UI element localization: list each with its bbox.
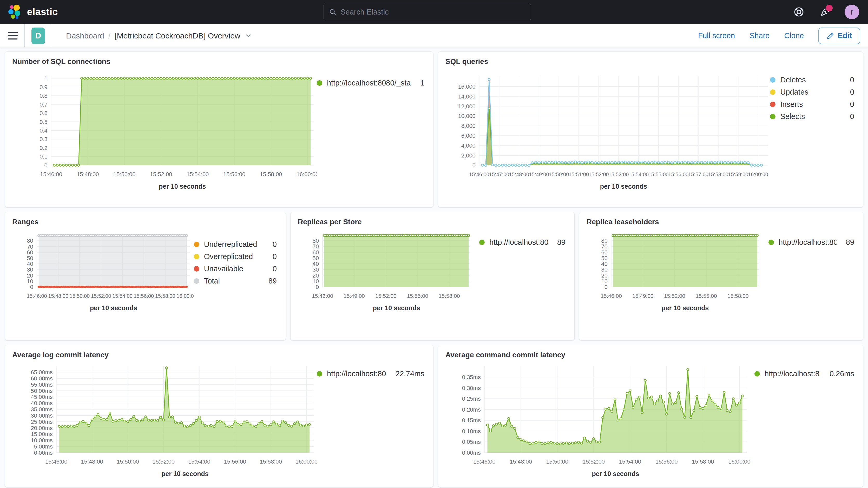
svg-text:30: 30: [601, 266, 608, 273]
legend-item[interactable]: Inserts0: [770, 100, 854, 109]
panel-sql-queries: SQL queries 16,00014,00012,00010,0008,00…: [438, 52, 863, 207]
svg-text:15:56:00: 15:56:00: [223, 171, 245, 178]
svg-text:0.20ms: 0.20ms: [462, 406, 481, 413]
menu-toggle-button[interactable]: [8, 32, 18, 40]
panel-title[interactable]: Number of SQL connections: [12, 57, 426, 66]
legend-value: 0: [845, 88, 854, 96]
svg-text:15:53:00: 15:53:00: [609, 172, 629, 177]
global-search[interactable]: [323, 4, 531, 20]
search-input[interactable]: [340, 8, 525, 17]
divider: [52, 24, 52, 48]
svg-text:15:52:00: 15:52:00: [150, 171, 172, 178]
replicas-per-store-chart[interactable]: 8070605040302010015:46:0015:49:0015:52:0…: [298, 229, 474, 333]
chevron-down-icon[interactable]: [245, 32, 252, 40]
series-color-dot: [479, 240, 485, 245]
panel-title[interactable]: Replica leaseholders: [587, 218, 856, 226]
svg-text:55.00ms: 55.00ms: [31, 382, 53, 388]
svg-text:0.15ms: 0.15ms: [462, 417, 481, 424]
svg-text:16:00:00: 16:00:00: [728, 458, 750, 465]
svg-text:70: 70: [313, 243, 319, 250]
replica-leaseholders-chart[interactable]: 8070605040302010015:46:0015:49:0015:52:0…: [587, 229, 763, 333]
svg-text:16,000: 16,000: [458, 84, 475, 90]
legend-item[interactable]: Underreplicated0: [194, 240, 277, 249]
svg-text:15:50:00: 15:50:00: [549, 172, 569, 177]
svg-text:45.00ms: 45.00ms: [31, 394, 53, 400]
clone-button[interactable]: Clone: [784, 31, 804, 40]
breadcrumb-dashboard-link[interactable]: Dashboard: [66, 31, 104, 40]
newsfeed-button[interactable]: [818, 6, 831, 18]
panel-title[interactable]: Average log commit latency: [12, 351, 426, 359]
legend-label: Underreplicated: [204, 240, 257, 249]
legend-item[interactable]: Selects0: [770, 112, 854, 121]
svg-text:50.00ms: 50.00ms: [31, 388, 53, 394]
svg-text:30: 30: [313, 266, 319, 273]
chart-legend: http://localhost:8080/_stat...1: [317, 68, 426, 87]
svg-text:12,000: 12,000: [458, 103, 475, 110]
svg-text:4,000: 4,000: [461, 143, 475, 149]
svg-text:15:46:00: 15:46:00: [27, 293, 47, 299]
svg-text:15:50:00: 15:50:00: [113, 171, 135, 178]
chart-legend: http://localhost:8080/_sta...89: [769, 229, 856, 247]
legend-value: 0: [268, 240, 277, 249]
space-badge[interactable]: D: [31, 28, 45, 44]
svg-text:15:52:00: 15:52:00: [583, 458, 605, 465]
legend-item[interactable]: http://localhost:8080/_stat...1: [317, 79, 424, 87]
full-screen-button[interactable]: Full screen: [698, 31, 735, 40]
legend-label: Selects: [780, 112, 805, 121]
svg-text:0.4: 0.4: [39, 127, 48, 134]
panel-log-commit-latency: Average log commit latency 65.00ms60.00m…: [5, 345, 433, 487]
series-color-dot: [194, 242, 199, 247]
panel-title[interactable]: SQL queries: [445, 57, 856, 66]
svg-text:16:00:00: 16:00:00: [296, 458, 317, 465]
legend-label: http://localhost:8080...: [765, 369, 820, 378]
ranges-chart[interactable]: 8070605040302010015:46:0015:48:0015:50:0…: [12, 229, 194, 333]
svg-text:0.05ms: 0.05ms: [462, 439, 481, 445]
panel-title[interactable]: Average command commit latency: [445, 351, 856, 359]
series-color-dot: [754, 371, 760, 376]
sql-queries-chart[interactable]: 16,00014,00012,00010,0008,0006,0004,0002…: [445, 68, 770, 194]
svg-text:10,000: 10,000: [458, 113, 475, 119]
legend-item[interactable]: Updates0: [770, 88, 854, 96]
notification-badge: [826, 5, 833, 11]
legend-label: Updates: [780, 88, 808, 96]
legend-item[interactable]: http://localhost:8080...0.26ms: [754, 369, 854, 378]
sql-connections-chart[interactable]: 10.90.80.70.60.50.40.30.20.1015:46:0015:…: [12, 68, 317, 194]
legend-item[interactable]: http://localhost:8080/_sta...89: [769, 238, 854, 247]
legend-item[interactable]: Overreplicated0: [194, 252, 277, 261]
share-button[interactable]: Share: [749, 31, 770, 40]
series-color-dot: [770, 77, 775, 83]
legend-item[interactable]: Deletes0: [770, 75, 854, 84]
svg-text:0.35ms: 0.35ms: [462, 374, 481, 380]
log-commit-latency-chart[interactable]: 65.00ms60.00ms55.00ms50.00ms45.00ms40.00…: [12, 362, 317, 484]
edit-button[interactable]: Edit: [818, 28, 860, 44]
user-avatar[interactable]: r: [845, 5, 859, 19]
legend-label: Total: [204, 277, 220, 285]
svg-text:15:50:00: 15:50:00: [117, 458, 139, 465]
svg-text:15:55:00: 15:55:00: [696, 293, 717, 299]
legend-item[interactable]: Unavailable0: [194, 265, 277, 273]
elastic-logo[interactable]: elastic: [0, 5, 58, 19]
chart-legend: http://localhost:808...22.74ms: [317, 362, 426, 378]
svg-text:15:46:00: 15:46:00: [469, 172, 489, 177]
search-icon: [329, 8, 336, 16]
svg-text:per 10 seconds: per 10 seconds: [161, 470, 209, 477]
help-button[interactable]: [793, 6, 805, 18]
svg-text:15:56:00: 15:56:00: [669, 172, 689, 177]
svg-text:0.25ms: 0.25ms: [462, 396, 481, 402]
panel-title[interactable]: Ranges: [12, 218, 278, 226]
elastic-logo-text: elastic: [27, 6, 58, 18]
command-commit-latency-chart[interactable]: 0.35ms0.30ms0.25ms0.20ms0.15ms0.10ms0.05…: [445, 362, 754, 484]
legend-item[interactable]: http://localhost:8080/_sta...89: [479, 238, 565, 247]
svg-text:0.8: 0.8: [39, 92, 48, 99]
legend-item[interactable]: http://localhost:808...22.74ms: [317, 369, 424, 378]
svg-text:60.00ms: 60.00ms: [31, 375, 53, 382]
svg-text:15:58:00: 15:58:00: [155, 293, 176, 299]
svg-text:15:54:00: 15:54:00: [628, 172, 649, 177]
legend-item[interactable]: Total89: [194, 277, 277, 285]
svg-text:15:48:00: 15:48:00: [77, 171, 99, 178]
svg-text:6,000: 6,000: [461, 132, 475, 139]
panel-title[interactable]: Replicas per Store: [298, 218, 567, 226]
legend-value: 0.26ms: [825, 369, 854, 378]
svg-text:15:58:00: 15:58:00: [692, 458, 714, 465]
series-color-dot: [194, 266, 199, 272]
